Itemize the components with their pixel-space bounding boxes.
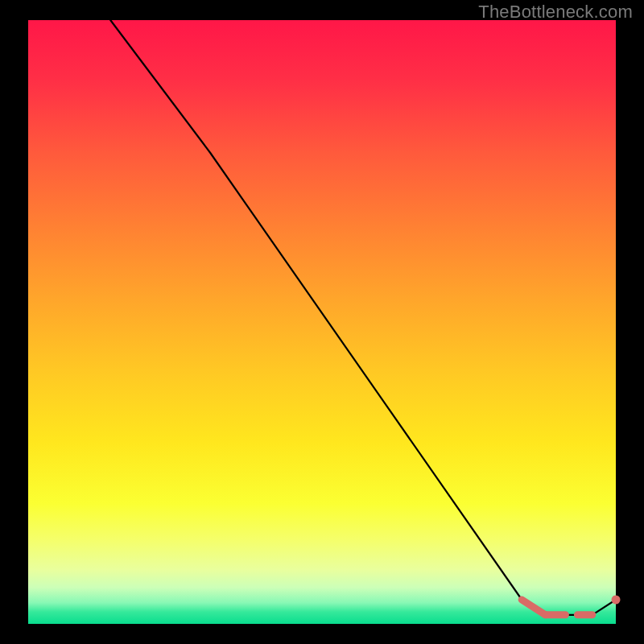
chart-frame: TheBottleneck.com bbox=[0, 0, 644, 644]
optimal-range-start-marker bbox=[522, 600, 545, 615]
bottleneck-curve bbox=[110, 20, 616, 615]
chart-overlay bbox=[28, 20, 616, 624]
curve-end-point bbox=[612, 596, 621, 605]
